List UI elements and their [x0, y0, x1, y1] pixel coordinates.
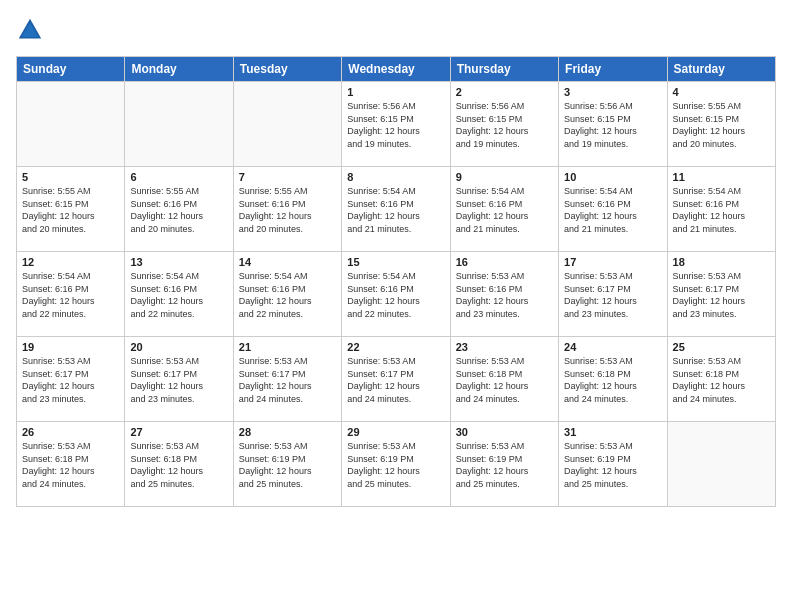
day-number: 20 [130, 341, 227, 353]
day-number: 19 [22, 341, 119, 353]
logo-icon [16, 16, 44, 44]
day-number: 13 [130, 256, 227, 268]
calendar-cell: 31Sunrise: 5:53 AM Sunset: 6:19 PM Dayli… [559, 422, 667, 507]
day-number: 11 [673, 171, 770, 183]
cell-info: Sunrise: 5:53 AM Sunset: 6:19 PM Dayligh… [347, 440, 444, 490]
calendar-cell: 13Sunrise: 5:54 AM Sunset: 6:16 PM Dayli… [125, 252, 233, 337]
day-number: 28 [239, 426, 336, 438]
day-header-friday: Friday [559, 57, 667, 82]
cell-info: Sunrise: 5:54 AM Sunset: 6:16 PM Dayligh… [564, 185, 661, 235]
calendar-week-5: 26Sunrise: 5:53 AM Sunset: 6:18 PM Dayli… [17, 422, 776, 507]
calendar-cell: 15Sunrise: 5:54 AM Sunset: 6:16 PM Dayli… [342, 252, 450, 337]
day-number: 5 [22, 171, 119, 183]
calendar-cell: 12Sunrise: 5:54 AM Sunset: 6:16 PM Dayli… [17, 252, 125, 337]
cell-info: Sunrise: 5:56 AM Sunset: 6:15 PM Dayligh… [564, 100, 661, 150]
day-number: 6 [130, 171, 227, 183]
calendar-cell [17, 82, 125, 167]
calendar-cell: 5Sunrise: 5:55 AM Sunset: 6:15 PM Daylig… [17, 167, 125, 252]
calendar-table: SundayMondayTuesdayWednesdayThursdayFrid… [16, 56, 776, 507]
calendar-cell: 7Sunrise: 5:55 AM Sunset: 6:16 PM Daylig… [233, 167, 341, 252]
cell-info: Sunrise: 5:53 AM Sunset: 6:19 PM Dayligh… [239, 440, 336, 490]
cell-info: Sunrise: 5:53 AM Sunset: 6:17 PM Dayligh… [22, 355, 119, 405]
calendar-cell: 6Sunrise: 5:55 AM Sunset: 6:16 PM Daylig… [125, 167, 233, 252]
logo [16, 16, 46, 44]
day-number: 10 [564, 171, 661, 183]
calendar-cell [233, 82, 341, 167]
day-number: 25 [673, 341, 770, 353]
calendar-cell: 23Sunrise: 5:53 AM Sunset: 6:18 PM Dayli… [450, 337, 558, 422]
calendar-cell: 25Sunrise: 5:53 AM Sunset: 6:18 PM Dayli… [667, 337, 775, 422]
cell-info: Sunrise: 5:54 AM Sunset: 6:16 PM Dayligh… [22, 270, 119, 320]
calendar-cell: 11Sunrise: 5:54 AM Sunset: 6:16 PM Dayli… [667, 167, 775, 252]
day-number: 30 [456, 426, 553, 438]
calendar-cell: 30Sunrise: 5:53 AM Sunset: 6:19 PM Dayli… [450, 422, 558, 507]
header [16, 16, 776, 44]
day-number: 1 [347, 86, 444, 98]
cell-info: Sunrise: 5:54 AM Sunset: 6:16 PM Dayligh… [130, 270, 227, 320]
calendar-cell: 27Sunrise: 5:53 AM Sunset: 6:18 PM Dayli… [125, 422, 233, 507]
day-header-wednesday: Wednesday [342, 57, 450, 82]
day-number: 16 [456, 256, 553, 268]
cell-info: Sunrise: 5:53 AM Sunset: 6:16 PM Dayligh… [456, 270, 553, 320]
day-number: 23 [456, 341, 553, 353]
cell-info: Sunrise: 5:54 AM Sunset: 6:16 PM Dayligh… [347, 185, 444, 235]
day-header-saturday: Saturday [667, 57, 775, 82]
cell-info: Sunrise: 5:56 AM Sunset: 6:15 PM Dayligh… [456, 100, 553, 150]
cell-info: Sunrise: 5:53 AM Sunset: 6:19 PM Dayligh… [564, 440, 661, 490]
day-number: 12 [22, 256, 119, 268]
day-number: 31 [564, 426, 661, 438]
calendar-cell: 4Sunrise: 5:55 AM Sunset: 6:15 PM Daylig… [667, 82, 775, 167]
day-number: 17 [564, 256, 661, 268]
calendar-cell: 2Sunrise: 5:56 AM Sunset: 6:15 PM Daylig… [450, 82, 558, 167]
day-number: 18 [673, 256, 770, 268]
cell-info: Sunrise: 5:55 AM Sunset: 6:15 PM Dayligh… [673, 100, 770, 150]
calendar-cell: 18Sunrise: 5:53 AM Sunset: 6:17 PM Dayli… [667, 252, 775, 337]
calendar-cell [667, 422, 775, 507]
cell-info: Sunrise: 5:54 AM Sunset: 6:16 PM Dayligh… [347, 270, 444, 320]
cell-info: Sunrise: 5:53 AM Sunset: 6:18 PM Dayligh… [456, 355, 553, 405]
cell-info: Sunrise: 5:55 AM Sunset: 6:16 PM Dayligh… [239, 185, 336, 235]
cell-info: Sunrise: 5:53 AM Sunset: 6:18 PM Dayligh… [22, 440, 119, 490]
cell-info: Sunrise: 5:53 AM Sunset: 6:18 PM Dayligh… [130, 440, 227, 490]
calendar-header-row: SundayMondayTuesdayWednesdayThursdayFrid… [17, 57, 776, 82]
calendar-cell: 20Sunrise: 5:53 AM Sunset: 6:17 PM Dayli… [125, 337, 233, 422]
calendar-cell: 10Sunrise: 5:54 AM Sunset: 6:16 PM Dayli… [559, 167, 667, 252]
cell-info: Sunrise: 5:53 AM Sunset: 6:17 PM Dayligh… [564, 270, 661, 320]
cell-info: Sunrise: 5:53 AM Sunset: 6:18 PM Dayligh… [564, 355, 661, 405]
day-header-tuesday: Tuesday [233, 57, 341, 82]
calendar-cell [125, 82, 233, 167]
cell-info: Sunrise: 5:53 AM Sunset: 6:19 PM Dayligh… [456, 440, 553, 490]
page: SundayMondayTuesdayWednesdayThursdayFrid… [0, 0, 792, 612]
calendar-cell: 26Sunrise: 5:53 AM Sunset: 6:18 PM Dayli… [17, 422, 125, 507]
day-number: 15 [347, 256, 444, 268]
cell-info: Sunrise: 5:53 AM Sunset: 6:17 PM Dayligh… [673, 270, 770, 320]
cell-info: Sunrise: 5:53 AM Sunset: 6:18 PM Dayligh… [673, 355, 770, 405]
calendar-cell: 29Sunrise: 5:53 AM Sunset: 6:19 PM Dayli… [342, 422, 450, 507]
day-header-thursday: Thursday [450, 57, 558, 82]
calendar-cell: 9Sunrise: 5:54 AM Sunset: 6:16 PM Daylig… [450, 167, 558, 252]
cell-info: Sunrise: 5:53 AM Sunset: 6:17 PM Dayligh… [239, 355, 336, 405]
day-header-monday: Monday [125, 57, 233, 82]
day-number: 14 [239, 256, 336, 268]
day-number: 27 [130, 426, 227, 438]
day-number: 21 [239, 341, 336, 353]
calendar-cell: 21Sunrise: 5:53 AM Sunset: 6:17 PM Dayli… [233, 337, 341, 422]
cell-info: Sunrise: 5:56 AM Sunset: 6:15 PM Dayligh… [347, 100, 444, 150]
calendar-cell: 17Sunrise: 5:53 AM Sunset: 6:17 PM Dayli… [559, 252, 667, 337]
day-number: 3 [564, 86, 661, 98]
calendar-cell: 8Sunrise: 5:54 AM Sunset: 6:16 PM Daylig… [342, 167, 450, 252]
cell-info: Sunrise: 5:53 AM Sunset: 6:17 PM Dayligh… [130, 355, 227, 405]
calendar-cell: 3Sunrise: 5:56 AM Sunset: 6:15 PM Daylig… [559, 82, 667, 167]
calendar-cell: 24Sunrise: 5:53 AM Sunset: 6:18 PM Dayli… [559, 337, 667, 422]
day-number: 8 [347, 171, 444, 183]
calendar-cell: 28Sunrise: 5:53 AM Sunset: 6:19 PM Dayli… [233, 422, 341, 507]
cell-info: Sunrise: 5:54 AM Sunset: 6:16 PM Dayligh… [456, 185, 553, 235]
day-number: 4 [673, 86, 770, 98]
calendar-cell: 22Sunrise: 5:53 AM Sunset: 6:17 PM Dayli… [342, 337, 450, 422]
day-number: 7 [239, 171, 336, 183]
day-number: 22 [347, 341, 444, 353]
cell-info: Sunrise: 5:53 AM Sunset: 6:17 PM Dayligh… [347, 355, 444, 405]
calendar-cell: 16Sunrise: 5:53 AM Sunset: 6:16 PM Dayli… [450, 252, 558, 337]
calendar-cell: 14Sunrise: 5:54 AM Sunset: 6:16 PM Dayli… [233, 252, 341, 337]
day-header-sunday: Sunday [17, 57, 125, 82]
